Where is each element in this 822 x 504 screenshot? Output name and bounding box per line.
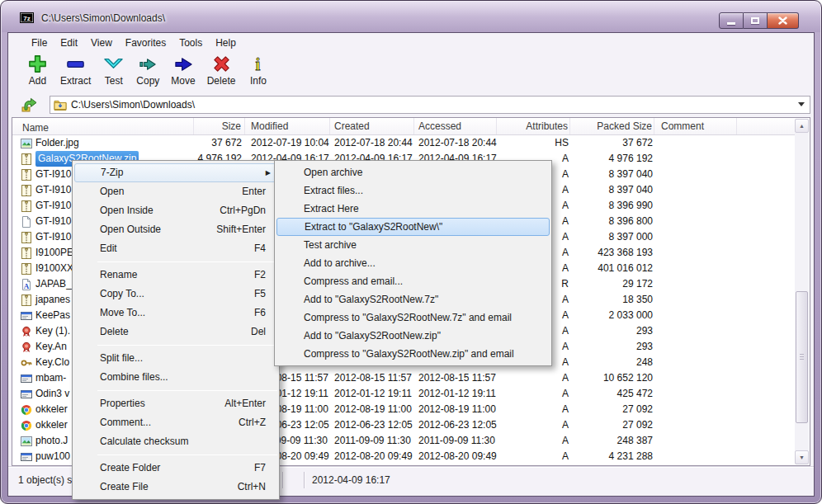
context-menu-item-comment[interactable]: Comment...Ctrl+Z [73,413,279,432]
status-divider [304,472,305,488]
packed_size-cell: 8 397 040 [570,167,654,182]
menu-item-shortcut: F2 [254,266,266,285]
context-menu-item-edit[interactable]: EditF4 [73,239,279,258]
menu-item-shortcut: F7 [254,459,266,478]
menu-item-label: Open Outside [100,220,216,239]
accessed-cell: 2012-06-23 12:05 [414,417,497,433]
menu-edit[interactable]: Edit [54,35,84,50]
column-header-size[interactable]: Size [194,118,245,134]
submenu-item-compress-to-galaxys2rootnew-zip-and-email[interactable]: Compress to "GalaxyS2RootNew.zip" and em… [275,345,551,363]
submenu-item-test-archive[interactable]: Test archive [275,236,551,254]
scroll-up-icon[interactable]: ▲ [795,119,809,133]
column-header-filler [737,118,795,134]
toolbar-test-button[interactable]: Test [97,51,130,87]
attributes-cell: A [497,386,570,402]
context-menu-item-split-file[interactable]: Split file... [73,349,279,368]
context-menu-item-move-to[interactable]: Move To...F6 [73,304,279,323]
table-row[interactable]: Folder.jpg37 6722012-07-19 10:042012-07-… [12,135,795,151]
minimize-button[interactable] [719,12,744,29]
column-header-created[interactable]: Created [330,118,414,134]
zip-icon [21,232,32,243]
status-date-text: 2012-04-09 16:17 [312,474,390,486]
scrollbar-thumb[interactable] [796,291,808,423]
column-header-attributes[interactable]: Attributes [497,118,570,134]
comment-cell [654,449,737,464]
column-header-packed-size[interactable]: Packed Size [570,118,654,134]
7zip-window: 7z C:\Users\Simon\Downloads\ FileEditVie… [0,0,822,504]
screen: 7z C:\Users\Simon\Downloads\ FileEditVie… [0,0,822,504]
context-menu-item-open-outside[interactable]: Open OutsideShift+Enter [73,220,279,239]
maximize-button[interactable] [744,12,768,29]
comment-cell [654,245,737,261]
packed_size-cell: 248 [570,355,654,370]
close-button[interactable] [768,12,799,29]
accessed-cell: 2011-09-09 11:30 [414,433,497,449]
delete-x-icon [210,54,233,74]
key-icon [21,357,32,369]
submenu-item-extract-to-galaxys2rootnew[interactable]: Extract to "GalaxyS2RootNew\" [276,218,550,236]
submenu-item-extract-files[interactable]: Extract files... [275,181,551,200]
extract-minus-icon [64,54,87,74]
menu-file[interactable]: File [25,35,54,50]
context-menu-item-create-file[interactable]: Create FileCtrl+N [73,478,279,497]
context-menu-item-open-inside[interactable]: Open InsideCtrl+PgDn [73,201,279,220]
context-menu-item-calculate-checksum[interactable]: Calculate checksum [73,432,279,451]
toolbar-info-button[interactable]: iInfo [241,51,275,87]
submenu-item-compress-and-email[interactable]: Compress and email... [275,272,551,290]
created-cell: 2012-08-19 11:00 [330,402,414,417]
column-header-comment[interactable]: Comment [654,118,737,134]
attributes-cell: A [497,449,570,464]
toolbar-copy-button[interactable]: Copy [130,51,165,87]
titlebar: 7z C:\Users\Simon\Downloads\ [2,2,820,32]
menu-item-label: Open [100,182,242,201]
toolbar-move-button[interactable]: Move [165,51,201,87]
context-menu-item-7-zip[interactable]: 7-Zip▶ [74,163,277,182]
menu-view[interactable]: View [84,35,119,50]
submenu-item-add-to-archive[interactable]: Add to archive... [275,254,551,272]
toolbar-button-label: Delete [207,75,236,87]
address-combobox[interactable]: C:\Users\Simon\Downloads\ [50,96,810,114]
menu-help[interactable]: Help [209,35,243,50]
scroll-down-icon[interactable]: ▼ [795,450,809,464]
menu-item-label: Calculate checksum [100,432,266,451]
context-menu-item-properties[interactable]: PropertiesAlt+Enter [73,394,279,413]
submenu-item-open-archive[interactable]: Open archive [275,163,551,181]
submenu-item-extract-here[interactable]: Extract Here [275,200,551,218]
submenu-item-add-to-galaxys2rootnew-zip[interactable]: Add to "GalaxyS2RootNew.zip" [275,327,551,345]
submenu-item-add-to-galaxys2rootnew-7z[interactable]: Add to "GalaxyS2RootNew.7z" [275,290,551,309]
toolbar-extract-button[interactable]: Extract [54,51,97,87]
chrome-icon [21,420,32,431]
comment-cell [654,308,737,323]
context-menu-item-combine-files[interactable]: Combine files... [73,368,279,387]
menu-favorites[interactable]: Favorites [119,35,172,50]
toolbar-add-button[interactable]: Add [21,51,54,87]
menu-tools[interactable]: Tools [172,35,209,50]
toolbar: AddExtractTestCopyMoveDeleteiInfo [10,51,275,92]
toolbar-button-label: Info [250,75,267,87]
context-menu-item-copy-to[interactable]: Copy To...F5 [73,285,279,304]
packed_size-cell: 18 350 [570,292,654,308]
toolbar-delete-button[interactable]: Delete [201,51,242,87]
file-name: puw100 [35,449,70,464]
menu-item-shortcut: Shift+Enter [216,220,266,239]
accessed-cell: 2012-08-15 11:57 [414,370,497,386]
column-header-accessed[interactable]: Accessed [414,118,497,134]
menu-item-label: Copy To... [100,285,254,304]
context-menu-item-open[interactable]: OpenEnter [73,182,279,201]
installer-icon [21,389,32,400]
parent-folder-button[interactable] [18,95,40,115]
combo-dropdown-icon[interactable] [798,102,805,106]
packed_size-cell: 8 397 000 [570,229,654,245]
packed_size-cell: 8 396 990 [570,198,654,214]
toolbar-button-label: Copy [136,75,159,87]
menu-item-label: Create Folder [100,459,254,478]
column-header-name[interactable]: Name [12,118,194,134]
accessed-cell: 2012-08-20 09:49 [414,449,497,464]
column-header-modified[interactable]: Modified [245,118,330,134]
vertical-scrollbar[interactable]: ▲ ▼ [795,119,809,464]
accessed-cell: 2012-01-12 19:11 [414,386,497,402]
submenu-item-compress-to-galaxys2rootnew-7z-and-email[interactable]: Compress to "GalaxyS2RootNew.7z" and ema… [275,309,551,327]
context-menu-item-rename[interactable]: RenameF2 [73,266,279,285]
context-menu-item-create-folder[interactable]: Create FolderF7 [73,459,279,478]
context-menu-item-delete[interactable]: DeleteDel [73,323,279,341]
